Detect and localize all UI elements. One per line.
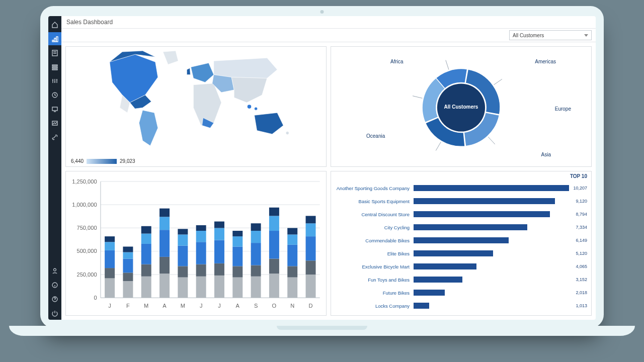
top10-row-value: 7,334	[576, 225, 587, 230]
svg-point-1	[255, 107, 258, 110]
svg-text:J: J	[218, 303, 221, 309]
top10-row[interactable]: City Cycling7,334	[334, 223, 587, 232]
svg-rect-46	[196, 277, 206, 298]
svg-text:M: M	[144, 303, 148, 309]
sidebar-controls-icon[interactable]	[48, 74, 61, 87]
top10-row-label: Exclusive Bicycle Mart	[334, 264, 412, 269]
sidebar-power-icon[interactable]	[48, 307, 61, 320]
sidebar-image-icon[interactable]	[48, 117, 61, 130]
top10-row-value: 3,152	[576, 277, 587, 282]
top10-row-value: 1,013	[576, 303, 587, 308]
svg-rect-61	[232, 236, 243, 246]
top10-row-bar	[414, 290, 572, 296]
svg-rect-50	[196, 225, 206, 231]
top10-row[interactable]: Future Bikes2,018	[334, 289, 587, 297]
svg-rect-18	[105, 250, 115, 268]
customer-filter-value: All Customers	[513, 33, 544, 38]
svg-text:500,000: 500,000	[77, 248, 97, 254]
sidebar-monitor-icon[interactable]	[48, 103, 61, 116]
sidebar-help-icon[interactable]	[48, 293, 61, 306]
top10-row[interactable]: Another Sporting Goods Company10,207	[334, 184, 587, 193]
svg-rect-38	[159, 209, 170, 217]
svg-rect-29	[141, 264, 151, 277]
svg-rect-66	[251, 243, 261, 265]
panel-top10[interactable]: TOP 10 Another Sporting Goods Company10,…	[331, 171, 592, 316]
sidebar-link-icon[interactable]	[48, 131, 61, 144]
sidebar-home-icon[interactable]	[48, 18, 61, 31]
donut-labels: Africa Americas Europe Asia Oceania All …	[331, 47, 591, 166]
svg-rect-74	[269, 208, 279, 216]
top10-row-label: Locks Company	[334, 303, 412, 309]
top10-row[interactable]: Basic Sports Equipment9,120	[334, 197, 587, 206]
svg-rect-16	[105, 278, 115, 298]
sidebar-report-icon[interactable]	[48, 46, 61, 59]
top10-row-label: Fun Toys and Bikes	[334, 277, 412, 283]
svg-rect-77	[287, 266, 297, 277]
svg-rect-60	[232, 246, 243, 266]
top10-row[interactable]: Central Discount Store8,794	[334, 210, 587, 219]
svg-rect-31	[141, 234, 151, 244]
top10-row-label: Basic Sports Equipment	[334, 199, 412, 204]
svg-text:A: A	[236, 303, 240, 309]
sidebar	[48, 16, 61, 320]
svg-rect-28	[141, 277, 151, 298]
top10-row[interactable]: Commendable Bikes6,149	[334, 236, 587, 245]
top10-row-value: 8,794	[576, 212, 587, 217]
toolbar: All Customers	[61, 29, 596, 42]
sidebar-data-icon[interactable]	[48, 60, 61, 73]
top10-row-label: Another Sporting Goods Company	[334, 186, 412, 191]
top10-row-label: Future Bikes	[334, 290, 412, 296]
sidebar-user-icon[interactable]	[48, 264, 61, 278]
panel-monthly-bars[interactable]: 0250,000500,000750,0001,000,0001,250,000…	[65, 171, 327, 316]
svg-text:S: S	[254, 303, 258, 309]
sidebar-dashboard-icon[interactable]	[48, 32, 61, 45]
svg-text:J: J	[200, 303, 203, 309]
svg-rect-59	[232, 266, 243, 277]
app-screen: Sales Dashboard All Customers	[48, 16, 596, 320]
svg-rect-79	[287, 234, 297, 244]
page-title-bar: Sales Dashboard	[61, 16, 596, 29]
top10-title: TOP 10	[570, 173, 587, 179]
chevron-down-icon	[584, 34, 588, 37]
world-map	[66, 47, 326, 153]
monthly-bar-chart: 0250,000500,000750,0001,000,0001,250,000…	[66, 171, 326, 315]
sidebar-info-icon[interactable]	[48, 279, 61, 292]
svg-rect-36	[159, 230, 170, 257]
top10-row-label: Elite Bikes	[334, 251, 412, 256]
top10-row-bar	[414, 263, 572, 269]
sidebar-clock-icon[interactable]	[48, 88, 61, 102]
svg-rect-25	[123, 252, 133, 259]
top10-row[interactable]: Locks Company1,013	[334, 302, 587, 310]
top10-row[interactable]: Elite Bikes5,120	[334, 249, 587, 258]
donut-label-americas: Americas	[535, 59, 556, 64]
svg-rect-64	[251, 277, 261, 298]
svg-rect-35	[159, 257, 170, 274]
top10-row-value: 6,149	[576, 238, 587, 243]
top10-row-bar	[414, 198, 572, 204]
svg-rect-17	[105, 268, 115, 278]
top10-row[interactable]: Exclusive Bicycle Mart4,065	[334, 262, 587, 271]
svg-rect-26	[123, 246, 133, 252]
svg-rect-43	[178, 234, 188, 245]
svg-rect-44	[178, 229, 188, 234]
donut-label-oceania: Oceania	[366, 133, 385, 139]
map-legend-max: 29,023	[120, 158, 135, 164]
panel-world-map[interactable]: 6,440 29,023	[65, 46, 327, 167]
svg-rect-20	[105, 236, 115, 242]
dashboard-grid: 6,440 29,023 Africa Americas Europe Asia	[61, 42, 596, 320]
svg-rect-67	[251, 231, 261, 243]
top10-row-value: 2,018	[576, 290, 587, 295]
svg-rect-84	[306, 236, 316, 260]
top10-row-value: 5,120	[576, 251, 587, 256]
svg-rect-23	[123, 273, 133, 281]
svg-text:750,000: 750,000	[77, 225, 97, 231]
customer-filter-dropdown[interactable]: All Customers	[509, 30, 592, 40]
top10-row[interactable]: Fun Toys and Bikes3,152	[334, 276, 587, 284]
svg-rect-49	[196, 231, 206, 242]
top10-row-value: 10,207	[573, 186, 587, 191]
svg-rect-68	[251, 223, 261, 231]
svg-rect-37	[159, 217, 170, 230]
panel-region-donut[interactable]: Africa Americas Europe Asia Oceania All …	[331, 46, 592, 167]
svg-rect-42	[178, 246, 188, 266]
svg-rect-32	[141, 226, 151, 234]
